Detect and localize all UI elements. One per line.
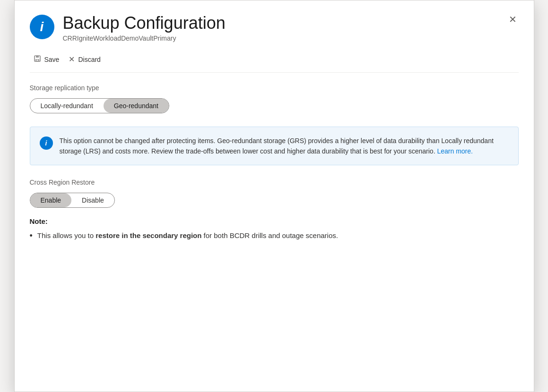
learn-more-link[interactable]: Learn more. — [437, 147, 472, 155]
info-text-before-link: This option cannot be changed after prot… — [60, 137, 494, 155]
note-section: Note: This allows you to restore in the … — [15, 208, 534, 242]
dialog-title: Backup Configuration — [63, 14, 519, 33]
save-button[interactable]: Save — [30, 52, 65, 67]
discard-label: Discard — [78, 56, 100, 63]
cross-region-restore-label: Cross Region Restore — [30, 179, 519, 186]
cross-region-restore-section: Cross Region Restore Enable Disable — [15, 165, 534, 208]
info-box-text: This option cannot be changed after prot… — [60, 136, 509, 157]
dialog-header: i Backup Configuration CRRIgniteWorkload… — [15, 0, 534, 49]
dialog-subtitle: CRRIgniteWorkloadDemoVaultPrimary — [63, 34, 519, 42]
note-item: This allows you to restore in the second… — [30, 230, 519, 242]
save-icon — [34, 55, 41, 64]
discard-icon: ✕ — [69, 55, 75, 64]
locally-redundant-option[interactable]: Locally-redundant — [30, 99, 104, 113]
storage-replication-section: Storage replication type Locally-redunda… — [15, 73, 534, 113]
cross-region-restore-toggle: Enable Disable — [30, 193, 115, 208]
info-icon-header: i — [30, 15, 54, 39]
discard-button[interactable]: ✕ Discard — [65, 52, 106, 66]
note-text-before: This allows you to — [37, 231, 96, 239]
note-item-text: This allows you to restore in the second… — [37, 230, 338, 241]
storage-replication-label: Storage replication type — [30, 84, 519, 92]
geo-redundant-option[interactable]: Geo-redundant — [104, 99, 169, 113]
backup-configuration-dialog: i Backup Configuration CRRIgniteWorkload… — [14, 0, 534, 392]
note-list: This allows you to restore in the second… — [30, 230, 519, 242]
note-text-bold: restore in the secondary region — [96, 231, 201, 239]
enable-option[interactable]: Enable — [30, 193, 72, 207]
header-text: Backup Configuration CRRIgniteWorkloadDe… — [63, 14, 519, 42]
svg-rect-1 — [36, 56, 39, 58]
close-button[interactable]: ✕ — [505, 12, 521, 27]
storage-replication-toggle: Locally-redundant Geo-redundant — [30, 98, 169, 113]
note-text-after: for both BCDR drills and outage scenario… — [201, 231, 338, 239]
disable-option[interactable]: Disable — [71, 193, 114, 207]
toolbar: Save ✕ Discard — [15, 49, 534, 72]
note-label: Note: — [30, 217, 519, 225]
svg-rect-3 — [36, 60, 38, 61]
info-icon-box: i — [40, 136, 53, 150]
save-label: Save — [44, 56, 60, 63]
info-box: i This option cannot be changed after pr… — [30, 127, 519, 166]
